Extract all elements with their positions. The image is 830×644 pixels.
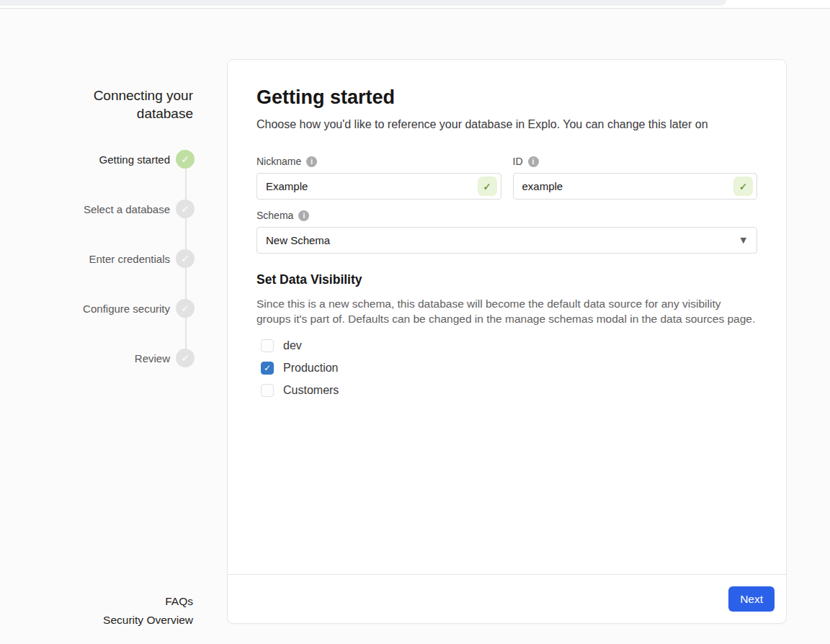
- step-status-circle: ✓: [176, 200, 195, 218]
- check-icon: ✓: [181, 353, 189, 363]
- schema-selected-value: New Schema: [266, 234, 330, 246]
- step-getting-started[interactable]: Getting started ✓: [83, 150, 195, 169]
- step-review[interactable]: Review ✓: [83, 349, 195, 367]
- check-icon: ✓: [181, 204, 189, 214]
- valid-badge: ✓: [478, 176, 497, 196]
- step-configure-security[interactable]: Configure security ✓: [83, 299, 195, 318]
- check-icon: ✓: [483, 182, 491, 192]
- visibility-group-dev[interactable]: ✓ dev: [261, 339, 757, 352]
- step-label: Enter credentials: [89, 253, 170, 265]
- nickname-value: Example: [266, 180, 308, 192]
- nickname-label: Nickname: [256, 156, 301, 167]
- step-status-circle: ✓: [176, 249, 195, 268]
- page-title: Getting started: [256, 86, 757, 109]
- checkbox-label: Production: [283, 362, 339, 375]
- step-enter-credentials[interactable]: Enter credentials ✓: [83, 249, 195, 268]
- step-select-database[interactable]: Select a database ✓: [83, 200, 195, 218]
- info-icon[interactable]: i: [306, 156, 317, 167]
- page-subtitle: Choose how you'd like to reference your …: [256, 117, 757, 133]
- check-icon: ✓: [181, 154, 189, 164]
- nickname-field-group: Nickname i Example ✓: [256, 156, 501, 200]
- info-icon[interactable]: i: [528, 156, 539, 167]
- step-status-circle: ✓: [176, 150, 195, 169]
- data-visibility-description: Since this is a new schema, this databas…: [256, 296, 757, 326]
- sidebar-links: FAQs Security Overview: [103, 592, 193, 630]
- step-status-circle: ✓: [176, 349, 195, 367]
- checkbox[interactable]: ✓: [261, 384, 274, 397]
- step-label: Select a database: [84, 203, 170, 215]
- step-label: Configure security: [83, 303, 170, 315]
- wizard-sidebar: Connecting your database Getting started…: [0, 9, 227, 644]
- check-icon: ✓: [181, 303, 189, 313]
- next-button[interactable]: Next: [728, 586, 775, 612]
- visibility-group-production[interactable]: ✓ Production: [261, 362, 757, 375]
- browser-tabstrip: [0, 0, 726, 6]
- check-icon: ✓: [739, 182, 748, 192]
- checkbox[interactable]: ✓: [261, 362, 274, 375]
- checkbox-label: dev: [283, 339, 302, 352]
- checkbox[interactable]: ✓: [261, 339, 274, 352]
- check-icon: ✓: [264, 364, 271, 372]
- browser-top-strip: [0, 0, 830, 9]
- id-label: ID: [513, 156, 523, 167]
- id-field-group: ID i example ✓: [513, 156, 758, 200]
- card-footer: Next: [228, 574, 786, 623]
- info-icon[interactable]: i: [298, 210, 309, 221]
- schema-field-group: Schema i New Schema ▼: [256, 210, 757, 254]
- step-label: Getting started: [99, 153, 170, 166]
- step-label: Review: [135, 352, 170, 365]
- check-icon: ✓: [181, 254, 189, 264]
- schema-select[interactable]: New Schema ▼: [256, 227, 757, 254]
- schema-label: Schema: [256, 210, 293, 221]
- step-status-circle: ✓: [176, 299, 195, 318]
- visibility-group-customers[interactable]: ✓ Customers: [261, 384, 757, 397]
- id-value: example: [522, 180, 563, 192]
- valid-badge: ✓: [733, 176, 753, 196]
- visibility-group-list: ✓ dev ✓ Production ✓ Customers: [261, 339, 757, 397]
- getting-started-card: Getting started Choose how you'd like to…: [227, 59, 787, 624]
- nickname-input[interactable]: Example ✓: [256, 173, 501, 200]
- id-input[interactable]: example ✓: [513, 173, 758, 200]
- chevron-down-icon: ▼: [741, 236, 746, 245]
- faqs-link[interactable]: FAQs: [103, 592, 193, 611]
- checkbox-label: Customers: [283, 384, 339, 397]
- data-visibility-heading: Set Data Visibility: [256, 272, 757, 287]
- wizard-title: Connecting your database: [63, 86, 193, 122]
- nickname-id-row: Nickname i Example ✓ ID i example ✓: [256, 156, 757, 200]
- step-list: Getting started ✓ Select a database ✓ En…: [83, 150, 195, 398]
- security-overview-link[interactable]: Security Overview: [103, 611, 193, 630]
